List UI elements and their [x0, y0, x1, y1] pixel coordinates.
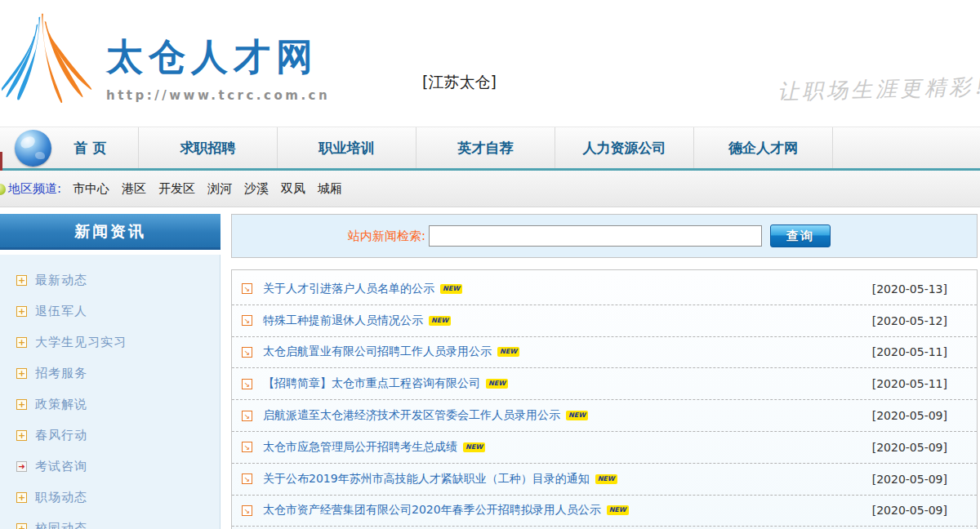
- new-badge: NEW: [607, 505, 629, 515]
- sidebar-menu: + 最新动态 + 退伍军人 + 大学生见习实习 + 招考服务 + 政策解说 + …: [0, 255, 220, 529]
- news-search-panel: 站内新闻检索: 查询: [231, 214, 978, 258]
- news-main: 站内新闻检索: 查询 ↘ 关于人才引进落户人员名单的公示 NEW [2020-0…: [231, 214, 978, 529]
- new-badge: NEW: [440, 284, 462, 294]
- region-link-shaxi[interactable]: 沙溪: [244, 181, 269, 197]
- search-button[interactable]: 查询: [770, 224, 831, 247]
- new-badge: NEW: [595, 474, 617, 484]
- site-url: http://www.tcrc.com.cn: [106, 88, 330, 103]
- orange-arrow-icon: ↘: [242, 283, 252, 294]
- news-date: [2020-05-12]: [872, 314, 947, 327]
- site-logo-icon: [2, 8, 98, 121]
- news-date: [2020-05-09]: [872, 504, 947, 517]
- news-row[interactable]: ↘ 关于公布2019年苏州市高技能人才紧缺职业（工种）目录的通知 NEW [20…: [232, 464, 977, 496]
- orange-arrow-icon: ↘: [242, 411, 252, 421]
- plus-box-icon: +: [16, 492, 27, 503]
- sidebar-item-exam-consult[interactable]: ➜ 考试咨询: [16, 451, 220, 482]
- sidebar-item-policy[interactable]: + 政策解说: [16, 389, 220, 420]
- site-location: [江苏太仓]: [422, 72, 497, 93]
- sidebar-title: 新闻资讯: [0, 214, 220, 250]
- news-sidebar: 新闻资讯 + 最新动态 + 退伍军人 + 大学生见习实习 + 招考服务 + 政策…: [0, 214, 220, 529]
- news-date: [2020-05-09]: [872, 441, 947, 454]
- site-name: 太仓人才网: [106, 33, 330, 82]
- plus-box-icon: +: [16, 523, 27, 529]
- news-row[interactable]: ↘ 关于人才引进落户人员名单的公示 NEW [2020-05-13]: [232, 273, 977, 305]
- news-search-input[interactable]: [429, 225, 762, 247]
- plus-box-icon: +: [16, 430, 27, 441]
- news-date: [2020-05-13]: [872, 282, 947, 296]
- sidebar-item-workplace-news[interactable]: + 职场动态: [16, 482, 220, 513]
- region-channel-label: 地区频道:: [8, 181, 61, 197]
- news-row[interactable]: ↘ 太仓市资产经营集团有限公司2020年春季公开招聘拟录用人员公示 NEW [2…: [232, 496, 977, 527]
- region-link-chengxiang[interactable]: 城厢: [318, 181, 342, 197]
- sidebar-item-student-internship[interactable]: + 大学生见习实习: [16, 327, 220, 358]
- region-link-gangqu[interactable]: 港区: [122, 181, 146, 197]
- news-date: [2020-05-11]: [872, 345, 947, 358]
- news-row[interactable]: ↘ 太仓市应急管理局公开招聘考生总成绩 NEW [2020-05-09]: [232, 432, 977, 464]
- news-row[interactable]: ↘ 【招聘简章】太仓市重点工程咨询有限公司 NEW [2020-05-11]: [232, 368, 977, 400]
- orange-arrow-icon: ↘: [242, 379, 252, 389]
- new-badge: NEW: [497, 347, 519, 357]
- plus-box-icon: +: [16, 368, 27, 379]
- news-date: [2020-05-11]: [872, 377, 947, 390]
- news-row[interactable]: ↘ 启航派遣至太仓港经济技术开发区管委会工作人员录用公示 NEW [2020-0…: [232, 400, 977, 432]
- plus-box-icon: +: [16, 306, 27, 317]
- news-date: [2020-05-09]: [872, 473, 947, 486]
- nav-item-training[interactable]: 职业培训: [278, 127, 416, 168]
- region-link-kaifaqu[interactable]: 开发区: [158, 181, 195, 197]
- news-row[interactable]: ↘ 特殊工种提前退休人员情况公示 NEW [2020-05-12]: [232, 305, 977, 337]
- orange-arrow-icon: ↘: [242, 473, 252, 484]
- nav-item-jobs[interactable]: 求职招聘: [139, 127, 278, 168]
- region-link-shuangfeng[interactable]: 双凤: [281, 181, 305, 197]
- orange-arrow-icon: ↘: [242, 315, 252, 326]
- page-content: 新闻资讯 + 最新动态 + 退伍军人 + 大学生见习实习 + 招考服务 + 政策…: [0, 207, 980, 529]
- sidebar-item-spring-action[interactable]: + 春风行动: [16, 420, 220, 451]
- nav-item-self-recommend[interactable]: 英才自荐: [416, 127, 555, 168]
- news-list: ↘ 关于人才引进落户人员名单的公示 NEW [2020-05-13] ↘ 特殊工…: [231, 269, 978, 529]
- region-link-liuhe[interactable]: 浏河: [207, 181, 232, 197]
- region-bullet-icon: [0, 184, 6, 195]
- nav-item-hr-company[interactable]: 人力资源公司: [555, 127, 694, 168]
- red-arrow-box-icon: ➜: [16, 461, 27, 472]
- main-nav: 首 页 求职招聘 职业培训 英才自荐 人力资源公司 德企人才网: [0, 127, 980, 171]
- new-badge: NEW: [566, 411, 588, 420]
- site-header: 太仓人才网 http://www.tcrc.com.cn [江苏太仓] 让职场生…: [0, 0, 980, 127]
- orange-arrow-icon: ↘: [242, 442, 252, 452]
- globe-icon: [15, 130, 51, 167]
- plus-box-icon: +: [16, 337, 27, 348]
- news-row[interactable]: ↘ 太仓启航置业有限公司招聘工作人员录用公示 NEW [2020-05-11]: [232, 337, 977, 369]
- orange-arrow-icon: ↘: [242, 505, 252, 516]
- orange-arrow-icon: ↘: [242, 347, 252, 358]
- logo-text-block: 太仓人才网 http://www.tcrc.com.cn: [106, 33, 330, 103]
- region-channel-bar: 地区频道: 市中心 港区 开发区 浏河 沙溪 双凤 城厢: [0, 171, 980, 207]
- new-badge: NEW: [463, 442, 485, 452]
- sidebar-item-veterans[interactable]: + 退伍军人: [16, 296, 220, 327]
- plus-box-icon: +: [16, 275, 27, 286]
- new-badge: NEW: [486, 379, 508, 389]
- region-link-downtown[interactable]: 市中心: [73, 181, 109, 197]
- nav-item-german-talent[interactable]: 德企人才网: [694, 127, 833, 168]
- plus-box-icon: +: [16, 399, 27, 410]
- new-badge: NEW: [429, 316, 451, 326]
- search-label: 站内新闻检索:: [348, 229, 425, 244]
- news-date: [2020-05-09]: [872, 409, 947, 422]
- sidebar-item-campus-news[interactable]: + 校园动态: [16, 513, 220, 529]
- sidebar-item-exam-service[interactable]: + 招考服务: [16, 358, 220, 389]
- sidebar-item-latest-news[interactable]: + 最新动态: [16, 264, 220, 296]
- edge-sliver: [0, 152, 2, 172]
- site-slogan: 让职场生涯更精彩!: [777, 73, 980, 107]
